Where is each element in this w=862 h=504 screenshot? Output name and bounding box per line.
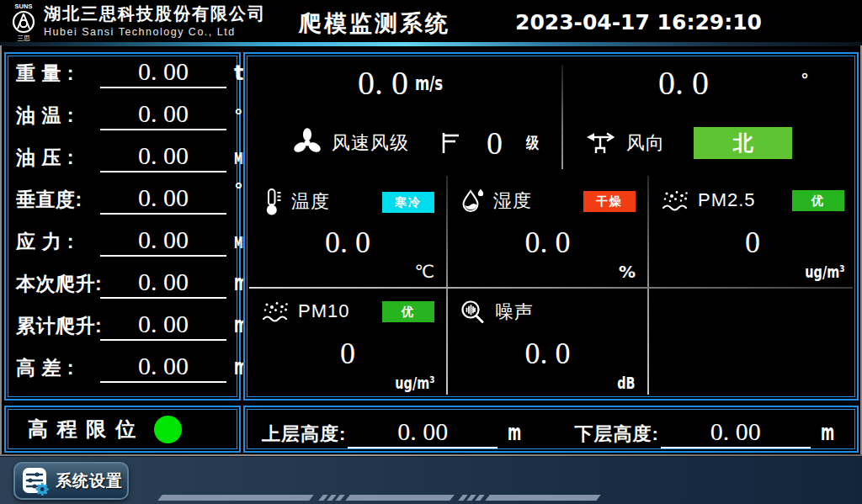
sensor-name: 温度: [291, 189, 330, 215]
measure-row-verticality: 垂直度: 0. 00 °: [16, 185, 234, 227]
measure-label: 本次爬升:: [16, 271, 100, 297]
measure-row-oil-pressure: 油 压 : 0. 00 MPa: [16, 143, 234, 185]
sensor-cell-pm10: PM10 优 0 ug/m³: [249, 289, 446, 398]
dust-icon: [661, 188, 689, 213]
page-title: 爬模监测系统: [299, 8, 450, 39]
system-settings-button[interactable]: 系统设置: [13, 462, 129, 500]
sensor-unit: ℃: [414, 262, 434, 282]
logo-sansi-text: 三思: [18, 34, 31, 42]
sensor-name: 噪声: [495, 300, 534, 325]
settings-button-label: 系统设置: [56, 470, 123, 492]
wind-direction-label: 风向: [626, 130, 665, 156]
footer-stripe: [157, 495, 313, 501]
measure-row-stress: 应 力 : 0. 00 MPa: [16, 227, 234, 269]
wind-vane-icon: [584, 130, 618, 156]
footer-stripe: [345, 495, 454, 501]
wind-speed-unit: m/s: [415, 72, 443, 94]
sensor-unit: %: [619, 262, 636, 282]
measure-value: 0. 00: [138, 225, 189, 253]
logo-suns-text: SUNS: [15, 3, 33, 10]
sensor-cell-pm25: PM2.5 优 0 ug/m³: [649, 178, 856, 287]
sensor-cell-temperature: 温度 寒冷 0. 0 ℃: [249, 178, 446, 287]
measure-row-oil-temp: 油 温 : 0. 00 ℃: [16, 101, 234, 143]
sensor-name: 湿度: [493, 188, 532, 214]
measure-row-weight: 重 量 : 0. 00 t: [16, 59, 234, 101]
sensor-value: 0: [249, 336, 446, 372]
wind-section-divider: [561, 65, 563, 169]
measure-label: 油 压 :: [16, 145, 100, 171]
sensor-value: 0: [649, 225, 856, 261]
sensor-unit: ug/m³: [805, 262, 844, 282]
screen-edge-left: [0, 45, 2, 454]
sensor-unit: dB: [618, 373, 636, 393]
header-divider: [0, 42, 862, 46]
wind-speed-label: 风速风级: [332, 130, 409, 156]
sensor-name: PM2.5: [698, 189, 756, 211]
measure-label: 油 温 :: [16, 103, 100, 129]
wind-direction-value: 0. 0: [658, 65, 709, 102]
elevation-limit-label: 高 程 限 位: [28, 416, 137, 443]
footer-bar: 系统设置: [0, 456, 862, 504]
pm10-status-badge: 优: [382, 301, 434, 322]
wind-direction-section: 0. 0 ° 风向 北: [564, 58, 853, 174]
footer-stripe: [335, 495, 344, 501]
company-name-block: 湖北三思科技股份有限公司 Hubei Sansi Technology Co.,…: [44, 3, 266, 38]
monitoring-screen: SUNS 三思 湖北三思科技股份有限公司 Hubei Sansi Technol…: [0, 0, 862, 504]
measure-unit: t: [234, 61, 243, 85]
measure-value: 0. 00: [138, 183, 189, 211]
elevation-limit-panel: 高 程 限 位: [4, 406, 241, 453]
pm25-status-badge: 优: [792, 190, 844, 211]
sensor-unit: ug/m³: [395, 373, 434, 393]
upper-height-label: 上层高度:: [262, 422, 346, 447]
measure-value: 0. 00: [138, 57, 189, 85]
upper-height-value: 0. 00: [397, 417, 448, 445]
wind-level-value: 0: [487, 127, 503, 159]
wind-direction-unit: °: [801, 70, 808, 89]
fan-icon: [291, 127, 323, 159]
noise-icon: [460, 299, 487, 326]
measure-label: 垂直度:: [16, 187, 100, 213]
measure-unit: °: [234, 179, 243, 200]
environment-panel: 0. 0m/s 风速风级: [243, 52, 859, 401]
header: SUNS 三思 湖北三思科技股份有限公司 Hubei Sansi Technol…: [0, 0, 862, 42]
sensor-value: 0. 0: [448, 225, 647, 261]
lower-height-unit: m: [821, 420, 834, 445]
measure-row-height-diff: 高 差 : 0. 00 m: [16, 353, 234, 395]
footer-stripe: [485, 495, 600, 501]
elevation-limit-status-indicator: [154, 416, 182, 443]
footer-stripe: [475, 495, 484, 501]
sensor-value: 0. 0: [249, 225, 446, 261]
datetime-display: 2023-04-17 16:29:10: [515, 10, 762, 34]
lower-height-group: 下层高度: 0. 00 m: [574, 419, 843, 448]
measure-label: 重 量 :: [16, 61, 100, 87]
measure-value: 0. 00: [138, 268, 189, 295]
sensor-name: PM10: [298, 300, 349, 322]
wind-level-unit: 级: [526, 132, 539, 154]
wind-speed-section: 0. 0m/s 风速风级: [249, 58, 562, 174]
company-name-en: Hubei Sansi Technology Co., Ltd: [44, 26, 266, 38]
measure-value: 0. 00: [138, 352, 189, 379]
sensor-value: 0. 0: [448, 336, 647, 372]
measurements-panel: 重 量 : 0. 00 t 油 温 : 0. 00 ℃ 油 压 : 0. 00 …: [4, 52, 241, 401]
measure-value: 0. 00: [138, 310, 189, 337]
upper-height-unit: m: [508, 420, 521, 445]
measure-row-current-climb: 本次爬升: 0. 00 m: [16, 269, 234, 311]
company-name-cn: 湖北三思科技股份有限公司: [44, 3, 266, 25]
sensor-cell-noise: 噪声 0. 0 dB: [448, 289, 647, 398]
sensor-cell-humidity: 湿度 干燥 0. 0 %: [448, 178, 647, 287]
dust-icon: [261, 299, 290, 324]
measure-row-total-climb: 累计爬升: 0. 00 m: [16, 311, 234, 353]
wind-direction-button[interactable]: 北: [694, 127, 792, 159]
droplet-icon: [460, 188, 485, 215]
measure-label: 累计爬升:: [16, 313, 100, 339]
measure-value: 0. 00: [138, 99, 189, 127]
wind-level-flag-icon: [439, 130, 461, 156]
lower-height-value: 0. 00: [710, 417, 761, 445]
settings-sliders-gear-icon: [22, 466, 51, 496]
temperature-status-badge: 寒冷: [382, 192, 434, 213]
measure-value: 0. 00: [138, 141, 189, 169]
wind-speed-value: 0. 0: [358, 64, 408, 102]
sensor-cell-empty: [649, 289, 856, 398]
measure-label: 应 力 :: [16, 229, 100, 255]
company-logo-icon: SUNS 三思: [7, 2, 40, 42]
